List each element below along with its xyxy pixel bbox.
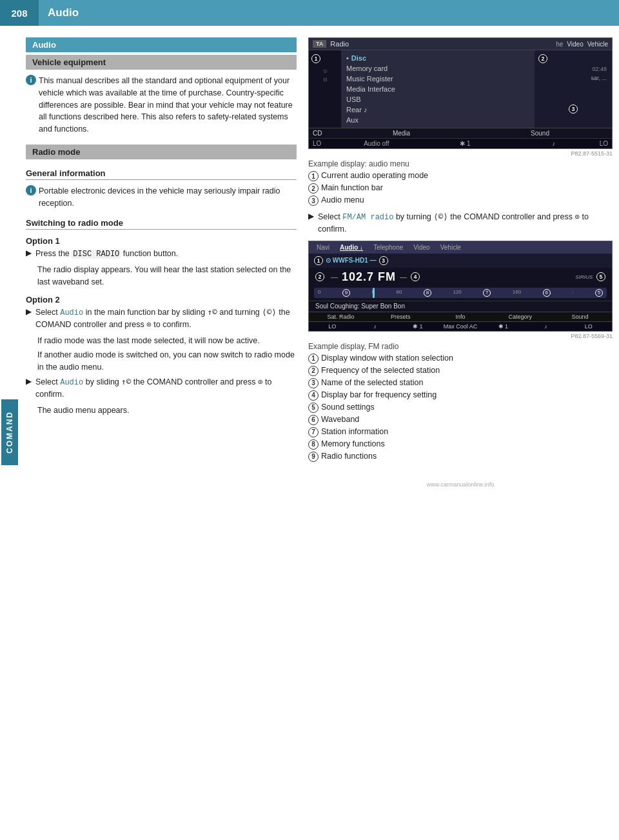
fm-circle-text-2: Frequency of the selected station [321,366,440,375]
audio-section-title: Audio [26,37,297,52]
content-area: Audio Vehicle equipment i This manual de… [19,26,619,839]
fm-circle-num-8: 8 [308,439,319,450]
fm-circle-text-1: Display window with station selection [321,354,453,363]
option2-step5-text: The audio menu appears. [37,405,297,417]
menu-item-usb: USB [346,94,529,105]
fm-circle-text-9: Radio functions [321,452,377,461]
info-icon-1: i [26,75,36,85]
fm-circle-text-6: Waveband [321,415,359,424]
fm-bottom-sat-radio: Sat. Radio [311,314,370,320]
fm-circle-5: 5 [596,272,605,281]
bottom-audio-off: Audio off [333,140,420,147]
circle-num-1: 1 [308,171,319,181]
screen-tab-vehicle: Vehicle [587,41,608,48]
slider-label-120: 120 [453,289,461,297]
bottom-lo-2: LO [600,140,608,147]
option1-step1: ▶ Press the DISC RADIO function button. [26,248,297,260]
header-bar: 208 Audio [0,0,619,26]
option2-step4-text: Select Audio by sliding ↑© the COMAND co… [35,376,297,401]
fm-lo-2: LO [568,323,609,330]
fm-circle-3: 3 [379,256,388,265]
arrow-icon-3: ▶ [26,377,32,386]
time-display: 02:48 [592,66,609,72]
fm-tab-vehicle: Vehicle [437,243,465,252]
circle-item-3: 3 Audio menu [308,195,613,206]
fm-caption: Example display, FM radio [308,342,613,351]
fm-bottom-labels: Sat. Radio Presets Info Category Sound [309,312,612,321]
switching-title: Switching to radio mode [26,218,297,230]
bottom-sound: Sound [472,130,608,137]
right-column: TA Radio he Video Vehicle 1 ⊙ [308,37,613,832]
slider-indicator [373,288,375,298]
arrow-icon-2: ▶ [26,307,32,316]
select-fm-item: ▶ Select FM/AM radio by turning ⟨©⟩ the … [308,211,613,235]
circle-3-overlay: 3 [569,105,578,114]
slider-label-colon: : [572,289,573,297]
fm-am-radio-highlight: FM/AM radio [342,213,393,222]
option2-step3-text: If another audio mode is switched on, yo… [37,349,297,374]
fm-circle-num-9: 9 [308,452,319,462]
slider-label-160: 160 [513,289,521,297]
fm-circle-text-8: Memory functions [321,439,385,448]
menu-item-disc: •Disc [346,53,529,63]
fm-note-2: ♪ [525,323,566,330]
menu-item-aux: Aux [346,115,529,125]
circle-num-2: 2 [308,183,319,194]
arrow-icon-1: ▶ [26,248,32,257]
fm-top-bar: Navi Audio ↓ Telephone Video Vehicle [309,241,612,254]
fm-circle-num-1: 1 [308,354,319,364]
select-fm-text: Select FM/AM radio by turning ⟨©⟩ the CO… [318,211,613,235]
slider-label-80: 80 [396,289,402,297]
fm-circle-item-5: 5 Sound settings [308,403,613,413]
circle-items-audio: 1 Current audio operating mode 2 Main fu… [308,171,613,206]
fm-dash: — [331,273,338,281]
radio-mode-box: Radio mode [26,145,297,159]
option2-title: Option 2 [26,295,297,305]
fm-circle-text-5: Sound settings [321,403,375,412]
fm-circle-num-3: 3 [308,378,319,388]
fm-circle-item-3: 3 Name of the selected station [308,378,613,388]
fm-dash2: — [400,273,407,281]
vehicle-equipment-box: Vehicle equipment [26,55,297,70]
fm-bottom-presets: Presets [371,314,430,320]
sar-label: sar, ... [591,75,609,81]
radio-mode-title: Radio mode [32,147,80,157]
general-info-block: i Portable electronic devices in the veh… [26,185,297,210]
fm-circle-5b: 5 [595,289,603,297]
radio-label: Radio [330,40,349,48]
option2-step1-text: Select Audio in the main function bar by… [35,306,297,331]
option1-step1-text: Press the DISC RADIO function button. [35,248,178,260]
fm-frequency: 102.7 FM [342,270,396,284]
fm-bottom-info: Info [431,314,490,320]
circle-text-2: Main function bar [321,183,383,192]
fm-tab-video: Video [409,243,433,252]
fm-circle-6: 6 [543,289,551,297]
fm-circle-num-5: 5 [308,403,319,413]
menu-item-music-register: Music Register [346,74,529,84]
disc-radio-button: DISC RADIO [72,250,121,259]
bottom-star1: ✱ 1 [422,140,509,147]
fm-circle-num-4: 4 [308,390,319,401]
fm-lo-1: LO [311,323,353,330]
audio-menu-screen-wrapper: TA Radio he Video Vehicle 1 ⊙ [308,37,613,157]
menu-item-media-interface: Media Interface [346,84,529,94]
fm-bottom-sound: Sound [551,314,609,320]
header-title: Audio [39,6,79,19]
circle-1-overlay: 1 [311,54,320,63]
option2-step4: ▶ Select Audio by sliding ↑© the COMAND … [26,376,297,401]
vehicle-equipment-title: Vehicle equipment [32,57,106,67]
main-content: COMAND Audio Vehicle equipment i This ma… [0,26,619,839]
audio-highlight-2: Audio [60,378,83,387]
circle-items-fm: 1 Display window with station selection … [308,354,613,462]
fm-part-number: P82.87-5569-31 [308,333,613,339]
audio-menu-part-number: P82.87-5515-31 [308,150,613,157]
fm-circle-num-2: 2 [308,366,319,376]
page-number: 208 [0,0,39,26]
bottom-lo-1: LO [313,140,331,147]
menu-item-memory-card: Memory card [346,63,529,74]
audio-highlight-1: Audio [60,308,83,317]
option2-step2-text: If radio mode was the last mode selected… [37,335,297,347]
fm-circle-item-8: 8 Memory functions [308,439,613,450]
circle-item-1: 1 Current audio operating mode [308,171,613,181]
fm-bottom-values: LO ♪ ✱ 1 Max Cool AC ✱ 1 ♪ LO [309,321,612,331]
